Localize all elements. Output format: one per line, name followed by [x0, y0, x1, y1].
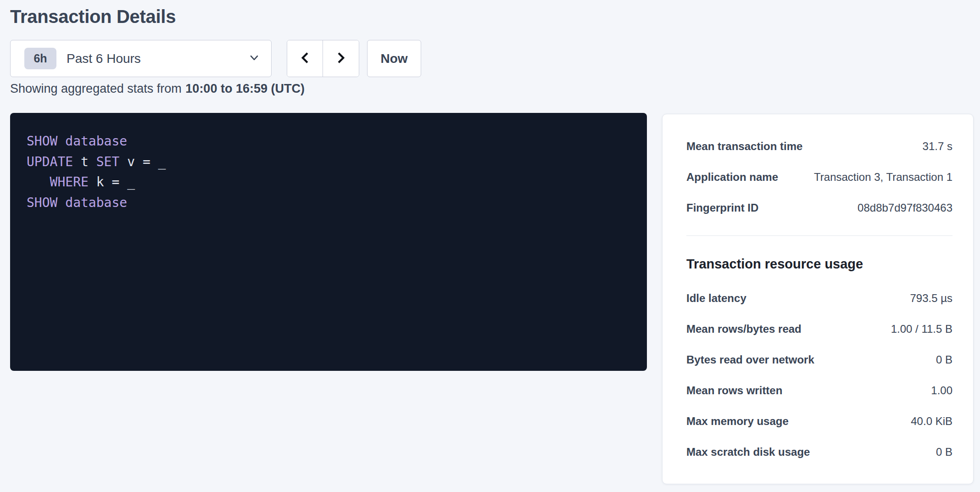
stat-row: Idle latency793.5 µs	[686, 283, 952, 313]
stat-row: Application nameTransaction 3, Transacti…	[686, 162, 952, 192]
stat-row: Max memory usage40.0 KiB	[686, 406, 952, 436]
sql-line: SHOW database	[27, 193, 630, 213]
stat-label: Bytes read over network	[686, 353, 814, 366]
stat-row: Max scratch disk usage0 B	[686, 436, 952, 467]
sql-token: v = _	[119, 154, 166, 169]
sql-token: UPDATE	[27, 154, 73, 169]
stat-label: Mean rows written	[686, 384, 782, 397]
sql-token: SHOW database	[27, 134, 127, 149]
sql-token: t	[73, 154, 96, 169]
sql-token	[27, 174, 50, 190]
chevron-down-icon	[248, 52, 260, 66]
sql-line: WHERE k = _	[27, 172, 630, 193]
stat-value: 0 B	[936, 446, 952, 458]
stat-value: 31.7 s	[923, 140, 952, 153]
stat-label: Mean rows/bytes read	[686, 323, 802, 335]
stat-value: 40.0 KiB	[911, 415, 952, 428]
stats-prefix: Showing aggregated stats from	[10, 82, 182, 95]
page-title: Transaction Details	[10, 6, 176, 28]
transaction-summary-card: Mean transaction time31.7 sApplication n…	[662, 114, 974, 484]
stat-label: Application name	[686, 171, 778, 184]
prev-time-button[interactable]	[287, 40, 323, 77]
stat-value: 0 B	[936, 353, 952, 366]
stat-row: Fingerprint ID08d8b7d97f830463	[686, 192, 952, 223]
transaction-details-page: Transaction Details 6h Past 6 Hours Now …	[0, 0, 980, 492]
stat-value: 08d8b7d97f830463	[858, 201, 952, 214]
time-controls: 6h Past 6 Hours Now	[10, 40, 421, 77]
time-range-select[interactable]: 6h Past 6 Hours	[10, 40, 272, 77]
sql-line: SHOW database	[27, 131, 630, 152]
chevron-left-icon	[299, 51, 312, 66]
sql-token: SET	[96, 154, 120, 169]
stats-range: 10:00 to 16:59 (UTC)	[185, 82, 305, 95]
sql-statement-box: SHOW databaseUPDATE t SET v = _ WHERE k …	[10, 113, 647, 371]
sql-line: UPDATE t SET v = _	[27, 152, 630, 173]
stat-row: Mean rows/bytes read1.00 / 11.5 B	[686, 313, 952, 344]
stat-value: Transaction 3, Transaction 1	[814, 171, 952, 184]
resource-usage-rows: Idle latency793.5 µsMean rows/bytes read…	[686, 283, 952, 467]
stat-row: Mean transaction time31.7 s	[686, 131, 952, 162]
stat-value: 1.00	[931, 384, 952, 397]
divider	[686, 235, 952, 236]
sql-token: WHERE	[50, 174, 89, 190]
time-range-label: Past 6 Hours	[67, 51, 141, 66]
sql-statement-text: SHOW databaseUPDATE t SET v = _ WHERE k …	[27, 131, 630, 213]
stat-label: Max memory usage	[686, 415, 789, 428]
chevron-right-icon	[334, 51, 347, 66]
sql-token: SHOW database	[27, 195, 127, 210]
resource-usage-heading: Transaction resource usage	[686, 257, 952, 271]
summary-rows: Mean transaction time31.7 sApplication n…	[686, 131, 952, 223]
aggregated-stats-text: Showing aggregated stats from10:00 to 16…	[10, 81, 305, 96]
stat-row: Mean rows written1.00	[686, 375, 952, 406]
next-time-button[interactable]	[323, 40, 359, 77]
time-range-badge: 6h	[24, 48, 56, 69]
stat-value: 1.00 / 11.5 B	[891, 323, 952, 335]
stat-label: Fingerprint ID	[686, 201, 758, 214]
stat-label: Mean transaction time	[686, 140, 802, 153]
stat-label: Idle latency	[686, 292, 746, 305]
stat-value: 793.5 µs	[910, 292, 952, 305]
stat-row: Bytes read over network0 B	[686, 344, 952, 375]
time-nav-button-group	[287, 40, 359, 77]
stat-label: Max scratch disk usage	[686, 446, 810, 458]
sql-token: k = _	[89, 174, 135, 190]
now-button[interactable]: Now	[367, 40, 421, 77]
